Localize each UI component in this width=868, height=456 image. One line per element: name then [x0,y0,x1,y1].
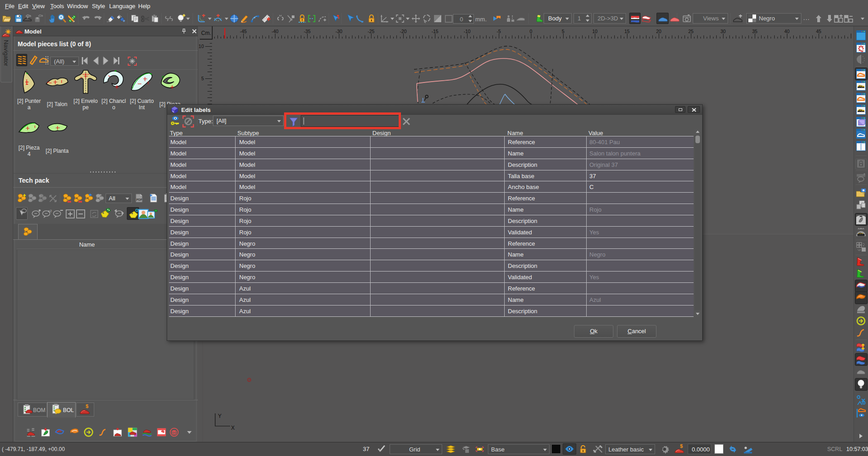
svg-text:-10: -10 [463,29,470,34]
svg-text:-25: -25 [367,29,374,34]
svg-text:20: 20 [656,29,661,34]
svg-text:10: 10 [198,44,204,49]
svg-text:40: 40 [784,29,790,34]
svg-text:$: $ [86,404,88,409]
svg-text:0: 0 [530,29,532,34]
svg-text:-30: -30 [335,29,342,34]
svg-text:-45: -45 [240,29,246,34]
svg-text:-5: -5 [497,29,501,34]
svg-text:-35: -35 [304,29,310,34]
svg-text:-20: -20 [400,29,406,34]
svg-text:35: 35 [752,29,757,34]
svg-text:25: 25 [688,29,694,34]
svg-text:30: 30 [720,29,726,34]
svg-text:-15: -15 [431,29,438,34]
svg-text:Cm.: Cm. [201,30,211,36]
svg-text:X: X [231,425,235,431]
svg-text:5: 5 [562,29,564,34]
svg-text:x: x [39,194,41,198]
svg-text:Y: Y [218,413,222,419]
svg-text:0: 0 [39,199,41,203]
svg-text:10: 10 [592,29,598,34]
svg-text:-40: -40 [271,29,278,34]
svg-text:5: 5 [201,76,204,81]
svg-text:$: $ [680,444,683,449]
svg-text:x2: x2 [48,209,52,213]
svg-text:45: 45 [816,29,821,34]
svg-text:15: 15 [624,29,630,34]
svg-text:PDF: PDF [136,198,142,201]
